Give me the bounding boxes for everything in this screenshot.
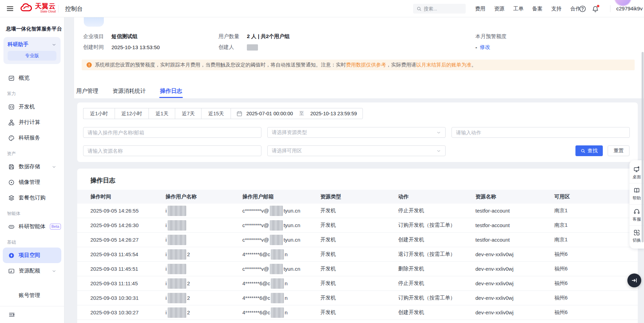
cell-resource-name: testfor-account xyxy=(475,222,554,228)
collapse-panel-button[interactable] xyxy=(627,273,641,287)
chevron-down-icon xyxy=(52,164,56,169)
redacted-block xyxy=(271,293,284,303)
log-table-card: 操作日志 操作时间操作用户名称操作用户邮箱资源类型动作资源名称可用区 2025-… xyxy=(77,169,638,323)
tab[interactable]: 操作日志 xyxy=(159,84,183,98)
cell-resource-type: 开发机 xyxy=(320,309,398,316)
zone-placeholder: 请选择可用区 xyxy=(272,147,302,154)
alert-banner-segment: 系统根据您设置的预警额度，实时跟踪本月费用，当费用触及您设定的阈值时，将自动推送… xyxy=(95,62,346,68)
search-button[interactable]: 查找 xyxy=(575,145,603,156)
action-field[interactable] xyxy=(451,127,630,138)
brand-logo[interactable]: 天翼云 State Cloud xyxy=(19,3,56,13)
alert-banner: ! 系统根据您设置的预警额度，实时跟踪本月费用，当费用触及您设定的阈值时，将自动… xyxy=(82,60,635,70)
cell-user-name: i2 xyxy=(166,293,242,303)
table-row[interactable]: 2025-09-05 14:26:55ic********v@tyun.cn开发… xyxy=(77,204,638,218)
sidebar-item[interactable]: 套餐包订购 xyxy=(3,190,61,206)
chevron-down-icon xyxy=(436,130,441,135)
product-switcher: 科研助手 专业版 xyxy=(3,37,61,64)
alert-banner-link[interactable]: 费用数据仅供参考 xyxy=(346,62,386,68)
operator-name-input[interactable] xyxy=(88,130,257,135)
tab[interactable]: 资源消耗统计 xyxy=(112,84,146,98)
notification-bell-icon[interactable] xyxy=(591,5,599,13)
global-search[interactable] xyxy=(413,4,466,14)
hamburger-menu-icon[interactable] xyxy=(6,5,15,13)
search-input[interactable] xyxy=(424,6,458,11)
date-to[interactable]: 2025-10-13 23:59:59 xyxy=(310,111,357,116)
table-row[interactable]: 2025-09-03 11:45:54i24*******6@cn开发机退订开发… xyxy=(77,247,638,262)
table-row[interactable]: 2025-09-03 11:45:51ic********v@tyun.cn开发… xyxy=(77,262,638,276)
creator-label: 创建人 xyxy=(218,44,247,51)
zone-select[interactable]: 请选择可用区 xyxy=(267,145,446,156)
topnav: 费用资源工单备案支持合作 xyxy=(475,0,581,17)
topnav-item[interactable]: 支持 xyxy=(551,6,562,12)
edition-pill[interactable]: 专业版 xyxy=(8,51,56,61)
sidebar-item[interactable]: 资源配额 xyxy=(3,263,61,279)
cell-user-email: c********v@tyun.cn xyxy=(242,206,320,216)
help-question-icon[interactable] xyxy=(579,5,586,12)
filter-actions: 查找 重置 xyxy=(575,145,629,156)
sidebar-item[interactable]: 科研服务 xyxy=(3,130,61,146)
resource-name-input[interactable] xyxy=(88,148,257,154)
cell-zone: 福州6 xyxy=(554,251,638,258)
table-row[interactable]: 2025-09-03 11:11:45i24*******6@cn开发机停止开发… xyxy=(77,276,638,291)
topnav-item[interactable]: 备案 xyxy=(532,6,543,12)
table-column-header: 可用区 xyxy=(554,194,638,200)
cell-user-email: c********v@tyun.cn xyxy=(242,235,320,245)
sidebar-item[interactable]: 镜像管理 xyxy=(3,174,61,190)
modify-quota-link[interactable]: 修改 xyxy=(480,44,490,51)
screen: 天翼云 State Cloud 控制台 费用资源工单备案支持合作 c29794i… xyxy=(0,0,644,323)
reset-button[interactable]: 重置 xyxy=(608,145,629,156)
page-scrollbar[interactable] xyxy=(642,52,644,242)
action-input[interactable] xyxy=(456,130,625,135)
brand-subtitle: State Cloud xyxy=(41,10,56,13)
topnav-item[interactable]: 资源 xyxy=(494,6,504,12)
date-separator: 至 xyxy=(297,110,306,117)
tab[interactable]: 用户管理 xyxy=(75,84,99,98)
sidebar-item[interactable]: 科研智能体Beta xyxy=(3,219,61,234)
sidebar-item-label: 科研智能体 xyxy=(19,223,46,230)
sidebar-collapse-button[interactable] xyxy=(0,306,64,323)
cell-resource-name: testfor-account xyxy=(475,208,554,214)
table-row[interactable]: 2025-09-05 14:26:27ic********v@tyun.cn开发… xyxy=(77,233,638,247)
filter-row-2: 请选择可用区 查找 重置 xyxy=(83,145,629,156)
cloud-logo-icon xyxy=(19,3,33,13)
date-range-picker[interactable]: 2025-07-01 00:00:00 至 2025-10-13 23:59:5… xyxy=(231,108,363,119)
redacted-block xyxy=(168,278,186,289)
user-id[interactable]: c29794ik9v xyxy=(616,6,643,11)
sidebar-item[interactable]: 数据存储 xyxy=(3,159,61,174)
table-row[interactable]: 2025-09-05 14:26:30ic********v@tyun.cn开发… xyxy=(77,218,638,233)
time-range-button[interactable]: 近7天 xyxy=(175,108,201,119)
date-from[interactable]: 2025-07-01 00:00:00 xyxy=(247,111,293,116)
time-range-button[interactable]: 近15天 xyxy=(201,108,230,119)
redacted-block xyxy=(168,293,186,303)
table-row[interactable]: 2025-09-03 10:30:31i24*******6@cn开发机订购开发… xyxy=(77,291,638,305)
quota-label: 本月预警额度 xyxy=(475,33,507,40)
parallel-compute-icon xyxy=(8,119,15,126)
sidebar-item[interactable]: 项目空间 xyxy=(3,248,61,263)
topbar-divider-2 xyxy=(610,5,610,12)
sidebar-item-label: 项目空间 xyxy=(19,252,40,259)
account-manage-icon xyxy=(8,293,15,299)
enterprise-project-value: 短信测试组 xyxy=(111,33,137,40)
filter-card: 近1小时近12小时近1天近7天近15天 2025-07-01 00:00:00 … xyxy=(77,102,638,162)
topnav-item[interactable]: 费用 xyxy=(475,6,485,12)
time-range-button[interactable]: 近12小时 xyxy=(115,108,149,119)
resource-type-select[interactable]: 请选择资源类型 xyxy=(267,127,446,138)
topnav-item[interactable]: 工单 xyxy=(513,6,524,12)
time-range-button[interactable]: 近1天 xyxy=(149,108,175,119)
alert-banner-link[interactable]: 以月末结算后的账单为准 xyxy=(416,62,472,68)
cell-action: 停止开发机 xyxy=(398,280,475,287)
product-select[interactable]: 科研助手 xyxy=(8,41,56,48)
sidebar-item[interactable]: 开发机 xyxy=(3,99,61,115)
sidebar-item-account-manage[interactable]: 账号管理 xyxy=(3,288,61,303)
sidebar-section-label: 算力 xyxy=(0,86,64,99)
cell-user-email: 4*******6@cn xyxy=(242,278,320,289)
project-space-icon xyxy=(8,252,15,259)
console-label[interactable]: 控制台 xyxy=(65,5,83,13)
time-range-button[interactable]: 近1小时 xyxy=(83,108,115,119)
cell-resource-name: testfor-account xyxy=(475,237,554,243)
table-row[interactable]: 2025-09-03 10:30:27i24*******6@cn开发机创建开发… xyxy=(77,305,638,320)
resource-name-field[interactable] xyxy=(83,145,261,156)
sidebar-item[interactable]: 并行计算 xyxy=(3,115,61,130)
sidebar-item[interactable]: 概览 xyxy=(3,70,61,86)
operator-name-field[interactable] xyxy=(83,127,261,138)
